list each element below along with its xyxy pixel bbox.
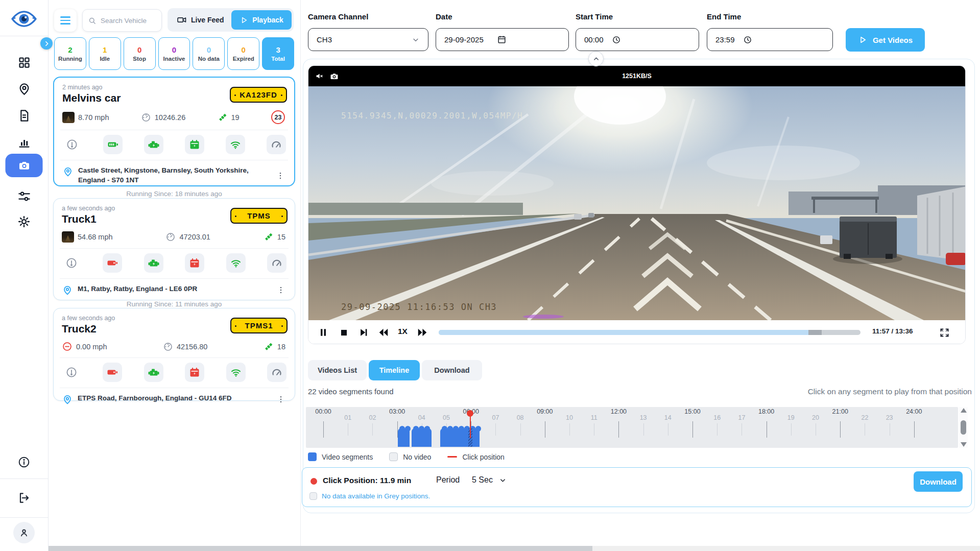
status-chip-idle[interactable]: 1Idle: [89, 37, 121, 70]
wifi-status-icon[interactable]: [226, 135, 245, 154]
calendar-status-icon[interactable]: [185, 135, 204, 154]
dashcam-scene: [308, 86, 966, 320]
vehicle-card-truck2[interactable]: a few seconds ago Truck2 TPMS1 0.00 mph …: [53, 308, 295, 401]
download-button[interactable]: Download: [914, 471, 963, 492]
dashcam-video-frame[interactable]: 5154.9345,N,00029.2001,W,054MP/H 29-09-2…: [308, 86, 966, 320]
scroll-up-icon[interactable]: [961, 408, 967, 413]
segment-bump: [442, 426, 447, 432]
camera-channel-value: CH3: [317, 35, 332, 44]
status-chip-inactive[interactable]: 0Inactive: [158, 37, 190, 70]
timeline-scrollbar[interactable]: [959, 407, 968, 448]
odometer-value: 47203.01: [179, 233, 210, 241]
timeline-tick: [890, 423, 890, 436]
sidebar-item-settings[interactable]: [13, 210, 35, 233]
status-chip-expired[interactable]: 0Expired: [227, 37, 259, 70]
calendar-status-icon[interactable]: [185, 363, 204, 382]
battery-status-icon[interactable]: [103, 363, 122, 382]
get-videos-button[interactable]: Get Videos: [846, 28, 925, 52]
total-label: Total: [271, 56, 285, 62]
rewind-button[interactable]: [377, 326, 390, 339]
clock-icon[interactable]: [743, 35, 752, 44]
status-chip-running[interactable]: 2Running: [54, 37, 86, 70]
playback-button[interactable]: Playback: [231, 10, 292, 30]
video-segment[interactable]: [440, 428, 480, 447]
battery-status-icon[interactable]: [103, 253, 122, 273]
gauge-status-icon[interactable]: [267, 135, 286, 154]
start-time-input[interactable]: 00:00: [576, 28, 699, 51]
sidebar-expand-button[interactable]: [40, 37, 53, 50]
playback-speed[interactable]: 1X: [398, 327, 408, 336]
person-icon: [18, 527, 30, 538]
live-feed-button[interactable]: Live Feed: [168, 15, 232, 25]
sidebar-item-dashboard[interactable]: [13, 51, 35, 74]
alert-status-icon[interactable]: [62, 363, 81, 382]
vehicle-card-melvins-car[interactable]: 2 minutes ago Melvins car KA123FD 8.70 m…: [53, 77, 295, 186]
status-chip-total[interactable]: 3Total: [262, 37, 294, 70]
avatar[interactable]: [13, 522, 35, 543]
vehicle-search[interactable]: [82, 9, 162, 32]
battery-status-icon[interactable]: [103, 135, 123, 154]
engine-status-icon[interactable]: [144, 363, 163, 382]
sidebar-item-controls[interactable]: [13, 185, 35, 207]
menu-toggle-button[interactable]: [54, 9, 77, 32]
gauge-status-icon[interactable]: [267, 253, 286, 273]
search-input[interactable]: [101, 17, 152, 25]
card-menu-button[interactable]: [275, 166, 286, 185]
horizontal-scrollbar[interactable]: [49, 546, 980, 551]
tab-videos-list-label: Videos List: [318, 366, 357, 374]
camera-thumbnail[interactable]: [62, 231, 74, 243]
camera-thumbnail[interactable]: [62, 112, 75, 123]
pause-button[interactable]: [317, 326, 330, 339]
bar-chart-icon: [17, 135, 31, 149]
calendar-status-icon[interactable]: [185, 253, 204, 273]
gauge-status-icon[interactable]: [267, 363, 286, 382]
sidebar-item-camera[interactable]: [6, 154, 43, 177]
sidebar-item-analytics[interactable]: [13, 131, 35, 153]
end-time-input[interactable]: 23:59: [707, 28, 833, 51]
seek-bar[interactable]: [439, 330, 861, 335]
video-segment[interactable]: [398, 428, 410, 447]
wifi-status-icon[interactable]: [226, 363, 246, 382]
clock-icon[interactable]: [612, 35, 621, 44]
alert-count-badge[interactable]: 23: [271, 110, 285, 124]
timeline-hour-label: 03:00: [389, 408, 405, 415]
timeline-track[interactable]: 00:00010203:00040506:00070809:00101112:0…: [306, 407, 958, 448]
next-frame-button[interactable]: [357, 326, 370, 339]
vehicle-card-truck1[interactable]: a few seconds ago Truck1 TPMS 54.68 mph …: [53, 198, 295, 300]
tab-videos-list[interactable]: Videos List: [308, 360, 367, 380]
tab-timeline[interactable]: Timeline: [369, 360, 420, 380]
sidebar-item-reports[interactable]: [13, 104, 35, 127]
status-chip-stop[interactable]: 0Stop: [124, 37, 156, 70]
timeline-tick: [618, 421, 619, 438]
timeline-hour-label: 12:00: [611, 408, 627, 415]
card-menu-button[interactable]: [275, 394, 286, 405]
fullscreen-button[interactable]: [938, 326, 951, 339]
horizontal-scrollbar-thumb[interactable]: [49, 546, 592, 551]
tab-download[interactable]: Download: [422, 360, 482, 380]
date-input[interactable]: 29-09-2025: [436, 28, 569, 51]
calendar-icon[interactable]: [497, 35, 507, 44]
sidebar-item-tracking[interactable]: [13, 78, 35, 100]
status-chip-nodata[interactable]: 0No data: [193, 37, 225, 70]
card-menu-button[interactable]: [275, 284, 286, 296]
license-plate: TPMS: [230, 208, 288, 224]
period-select[interactable]: 5 Sec: [472, 475, 507, 485]
stop-count: 0: [137, 45, 141, 54]
scrollbar-thumb[interactable]: [961, 420, 966, 435]
timeline-tick: [643, 423, 644, 436]
alert-status-icon[interactable]: [62, 135, 82, 154]
video-segment[interactable]: [412, 428, 432, 447]
seek-bar-thumb[interactable]: [808, 330, 822, 335]
engine-status-icon[interactable]: [144, 135, 163, 154]
engine-status-icon[interactable]: [144, 253, 163, 273]
info-button[interactable]: [14, 452, 34, 472]
click-position-marker[interactable]: [470, 416, 471, 438]
alert-status-icon[interactable]: [62, 253, 81, 273]
fast-forward-button[interactable]: [416, 326, 429, 339]
logout-button[interactable]: [14, 488, 34, 508]
wifi-status-icon[interactable]: [226, 253, 246, 273]
stop-button[interactable]: [337, 326, 350, 339]
camera-channel-select[interactable]: CH3: [308, 28, 428, 51]
scroll-down-icon[interactable]: [961, 442, 967, 447]
collapse-panel-button[interactable]: [588, 51, 604, 66]
